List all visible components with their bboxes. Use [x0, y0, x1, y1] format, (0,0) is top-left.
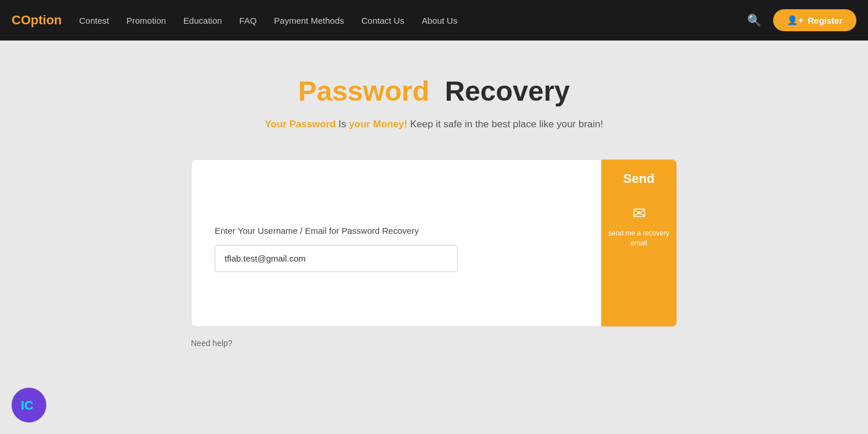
nav-link-education[interactable]: Education [183, 16, 222, 25]
nav-link-promotion[interactable]: Promotion [126, 16, 165, 25]
subtitle-normal1: Is [339, 119, 349, 130]
nav-link-payment-methods[interactable]: Payment Methods [274, 16, 344, 25]
subtitle-orange1: Your Password [265, 119, 336, 130]
register-icon: 👤+ [787, 15, 803, 25]
send-subtitle: send me a recovery email [607, 229, 671, 248]
title-highlight: Password [298, 76, 429, 106]
send-button[interactable]: Send ✉ send me a recovery email [601, 160, 676, 326]
title-dark: Recovery [445, 76, 570, 106]
nav-link-contest[interactable]: Contest [79, 16, 109, 25]
send-mail-icon: ✉ [632, 204, 646, 223]
nav-links: ContestPromotionEducationFAQPayment Meth… [79, 16, 747, 25]
send-label: Send [623, 171, 654, 186]
register-button[interactable]: 👤+ Register [773, 9, 856, 31]
svg-text:IC: IC [21, 398, 34, 413]
logo-c-letter: C [12, 13, 21, 27]
subtitle-orange2: your Money! [349, 119, 407, 130]
navbar: COption ContestPromotionEducationFAQPaym… [0, 0, 868, 41]
nav-link-about-us[interactable]: About Us [422, 16, 458, 25]
page-subtitle: Your Password Is your Money! Keep it saf… [265, 119, 604, 130]
recovery-card: Enter Your Username / Email for Password… [191, 159, 677, 327]
site-logo[interactable]: COption [12, 13, 62, 28]
need-help-text: Need help? [191, 339, 233, 348]
form-label: Enter Your Username / Email for Password… [215, 226, 578, 236]
nav-link-faq[interactable]: FAQ [240, 16, 257, 25]
nav-link-contact-us[interactable]: Contact Us [361, 16, 404, 25]
logo-highlight: Option [21, 13, 62, 27]
email-input[interactable] [215, 245, 458, 272]
recovery-form-area: Enter Your Username / Email for Password… [192, 160, 601, 326]
main-content: Password Recovery Your Password Is your … [0, 41, 868, 371]
page-title: Password Recovery [298, 75, 570, 107]
search-icon[interactable]: 🔍 [747, 13, 762, 27]
bottom-logo[interactable]: IC [12, 388, 46, 422]
subtitle-normal2: Keep it safe in the best place like your… [410, 119, 604, 130]
